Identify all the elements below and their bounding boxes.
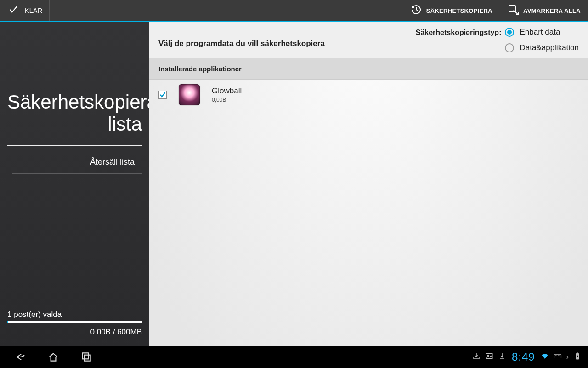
app-name: Glowball xyxy=(212,86,242,96)
backup-button[interactable]: SÄKERHETSKOPIERA xyxy=(403,0,500,21)
radio-data-only[interactable]: Enbart data xyxy=(505,28,579,37)
battery-charging-icon xyxy=(573,352,582,362)
done-label: KLAR xyxy=(25,7,43,14)
radio-label: Data&applikation xyxy=(520,43,579,52)
clock: 8:49 xyxy=(511,351,536,363)
sidebar: Säkerhetskopiera lista Återsäll lista 1 … xyxy=(0,22,149,346)
main-prompt: Välj de programdata du vill säkerhetskop… xyxy=(158,32,325,48)
sidebar-title: Säkerhetskopiera lista xyxy=(7,91,142,145)
keyboard-icon xyxy=(554,352,562,362)
selected-count: 1 post(er) valda xyxy=(7,310,142,321)
radio-icon xyxy=(505,43,514,52)
deselect-icon xyxy=(508,4,519,17)
status-area[interactable]: 8:49 › xyxy=(472,351,584,363)
storage-size: 0,00B / 600MB xyxy=(7,328,142,337)
recent-apps-button[interactable] xyxy=(70,346,103,368)
navigation-bar: 8:49 › xyxy=(0,346,588,368)
app-checkbox[interactable] xyxy=(158,91,167,99)
download-icon xyxy=(498,352,506,362)
app-icon xyxy=(179,84,200,105)
main-panel: Välj de programdata du vill säkerhetskop… xyxy=(149,22,588,346)
svg-rect-6 xyxy=(554,354,561,358)
chevron-right-icon: › xyxy=(566,353,569,361)
radio-data-app[interactable]: Data&applikation xyxy=(505,43,579,52)
app-size: 0,00B xyxy=(212,97,242,103)
section-installed-apps: Installerade applikationer xyxy=(149,58,588,80)
backup-label: SÄKERHETSKOPIERA xyxy=(426,7,492,14)
svg-rect-2 xyxy=(85,355,90,361)
check-icon xyxy=(8,5,18,17)
backup-type-label: Säkerhetskopieringstyp: xyxy=(416,28,502,37)
wifi-icon xyxy=(541,352,549,362)
sidebar-item-restore[interactable]: Återsäll lista xyxy=(12,146,142,174)
back-button[interactable] xyxy=(4,346,37,368)
storage-bar xyxy=(7,321,142,323)
deselect-label: AVMARKERA ALLA xyxy=(523,7,581,14)
app-list: Glowball 0,00B xyxy=(149,80,588,346)
done-button[interactable]: KLAR xyxy=(0,0,50,21)
svg-rect-13 xyxy=(577,353,578,354)
radio-label: Enbart data xyxy=(520,28,560,37)
radio-icon xyxy=(505,28,514,37)
deselect-all-button[interactable]: AVMARKERA ALLA xyxy=(500,0,588,21)
download-tray-icon xyxy=(472,352,481,362)
action-bar: KLAR SÄKERHETSKOPIERA AVMARKERA ALLA xyxy=(0,0,588,22)
restore-icon xyxy=(411,4,422,17)
image-icon xyxy=(485,352,493,362)
svg-rect-5 xyxy=(500,358,504,359)
svg-rect-1 xyxy=(82,353,88,359)
home-button[interactable] xyxy=(37,346,70,368)
app-row[interactable]: Glowball 0,00B xyxy=(149,80,588,110)
